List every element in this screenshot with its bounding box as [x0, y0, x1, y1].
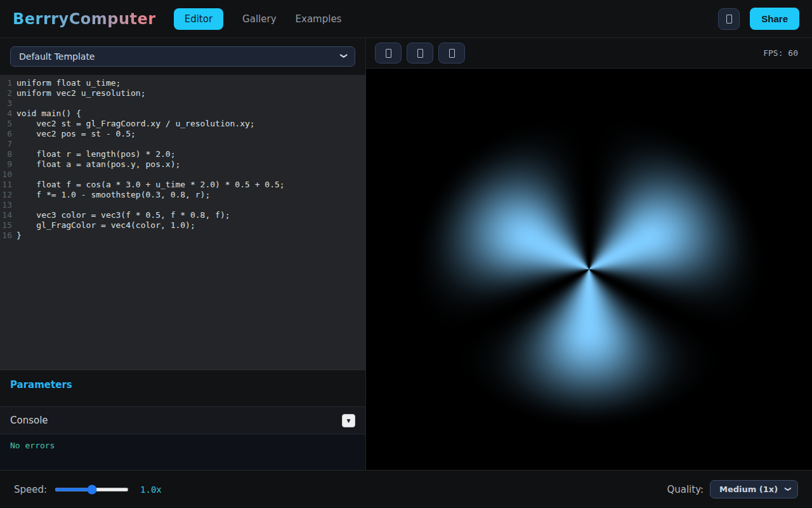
code-line: 15 gl_FragColor = vec4(color, 1.0);: [0, 220, 365, 231]
code-line: 2uniform vec2 u_resolution;: [0, 88, 365, 98]
chevron-down-icon: ▼: [346, 417, 352, 424]
missing-glyph-icon: [449, 49, 455, 58]
line-number: 6: [0, 129, 16, 139]
console-header: Console ▼: [0, 406, 365, 434]
code-text: f *= 1.0 - smoothstep(0.3, 0.8, r);: [16, 190, 210, 200]
code-line: 9 float a = atan(pos.y, pos.x);: [0, 159, 365, 170]
nav-tab-editor[interactable]: Editor: [174, 8, 223, 30]
line-number: 14: [0, 210, 16, 220]
code-line: 16}: [0, 231, 365, 241]
editor-panel: Default Template 1uniform float u_time;2…: [0, 38, 366, 470]
preview-toolbar-button-2[interactable]: [407, 43, 433, 64]
code-text: float f = cos(a * 3.0 + u_time * 2.0) * …: [16, 180, 285, 190]
code-line: 6 vec2 pos = st - 0.5;: [0, 129, 365, 139]
code-text: float r = length(pos) * 2.0;: [16, 149, 175, 159]
app-logo[interactable]: BerrryComputer: [13, 10, 156, 28]
code-line: 8 float r = length(pos) * 2.0;: [0, 149, 365, 159]
console-message: No errors: [10, 441, 55, 450]
code-line: 10: [0, 170, 365, 180]
line-number: 12: [0, 190, 16, 200]
code-text: vec2 pos = st - 0.5;: [16, 129, 136, 139]
main-area: Default Template 1uniform float u_time;2…: [0, 38, 812, 470]
line-number: 1: [0, 78, 16, 88]
quality-label: Quality:: [667, 484, 704, 495]
code-line: 3: [0, 98, 365, 109]
speed-value: 1.0x: [140, 485, 162, 495]
speed-control: Speed: 1.0x: [14, 484, 162, 495]
speed-label: Speed:: [14, 484, 47, 495]
main-nav: Editor Gallery Examples: [174, 8, 342, 30]
code-text: vec2 st = gl_FragCoord.xy / u_resolution…: [16, 119, 255, 129]
parameters-section: Parameters: [0, 370, 365, 406]
console-title: Console: [10, 415, 48, 426]
header-icon-button[interactable]: [718, 8, 740, 30]
code-line: 11 float f = cos(a * 3.0 + u_time * 2.0)…: [0, 180, 365, 190]
preview-toolbar-button-1[interactable]: [375, 43, 402, 64]
console-output: No errors: [0, 434, 365, 470]
code-text: vec3 color = vec3(f * 0.5, f * 0.8, f);: [16, 210, 230, 220]
preview-panel: FPS: 60: [366, 38, 812, 470]
playback-bar: Speed: 1.0x Quality: Medium (1x): [0, 470, 812, 508]
shader-canvas-area: [366, 69, 812, 470]
code-text: }: [16, 231, 22, 241]
console-collapse-button[interactable]: ▼: [342, 414, 355, 427]
code-text: uniform float u_time;: [16, 78, 121, 88]
line-number: 10: [0, 170, 16, 180]
line-number: 3: [0, 98, 16, 109]
missing-glyph-icon: [386, 49, 391, 58]
line-number: 8: [0, 149, 16, 159]
code-text: float a = atan(pos.y, pos.x);: [16, 159, 180, 170]
share-button[interactable]: Share: [750, 8, 799, 30]
preview-toolbar-button-3[interactable]: [438, 43, 465, 64]
nav-tab-examples[interactable]: Examples: [296, 13, 342, 25]
app-header: BerrryComputer Editor Gallery Examples S…: [0, 0, 812, 38]
missing-glyph-icon: [726, 15, 732, 23]
shader-preview-canvas: [366, 69, 812, 470]
code-line: 7: [0, 139, 365, 149]
nav-tab-gallery[interactable]: Gallery: [242, 13, 276, 25]
code-text: uniform vec2 u_resolution;: [16, 88, 146, 98]
code-line: 13: [0, 200, 365, 210]
line-number: 2: [0, 88, 16, 98]
quality-select-wrap: Medium (1x): [710, 480, 798, 498]
code-text: gl_FragColor = vec4(color, 1.0);: [16, 220, 195, 231]
line-number: 11: [0, 180, 16, 190]
line-number: 9: [0, 159, 16, 170]
preview-toolbar: FPS: 60: [366, 38, 812, 69]
template-bar: Default Template: [0, 38, 365, 75]
template-select[interactable]: Default Template: [10, 46, 355, 67]
code-line: 1uniform float u_time;: [0, 78, 365, 88]
line-number: 5: [0, 119, 16, 129]
shader-code-editor[interactable]: 1uniform float u_time;2uniform vec2 u_re…: [0, 75, 365, 370]
header-actions: Share: [718, 8, 799, 30]
fps-counter: FPS: 60: [763, 48, 798, 58]
code-line: 4void main() {: [0, 109, 365, 119]
code-line: 12 f *= 1.0 - smoothstep(0.3, 0.8, r);: [0, 190, 365, 200]
quality-select[interactable]: Medium (1x): [710, 480, 798, 498]
line-number: 7: [0, 139, 16, 149]
quality-control: Quality: Medium (1x): [667, 480, 798, 498]
line-number: 4: [0, 109, 16, 119]
missing-glyph-icon: [417, 49, 423, 58]
speed-slider[interactable]: [55, 488, 129, 491]
line-number: 13: [0, 200, 16, 210]
template-select-wrap: Default Template: [10, 46, 355, 67]
line-number: 16: [0, 231, 16, 241]
code-text: void main() {: [16, 109, 81, 119]
code-line: 14 vec3 color = vec3(f * 0.5, f * 0.8, f…: [0, 210, 365, 220]
code-line: 5 vec2 st = gl_FragCoord.xy / u_resoluti…: [0, 119, 365, 129]
parameters-title: Parameters: [10, 379, 355, 391]
line-number: 15: [0, 220, 16, 231]
